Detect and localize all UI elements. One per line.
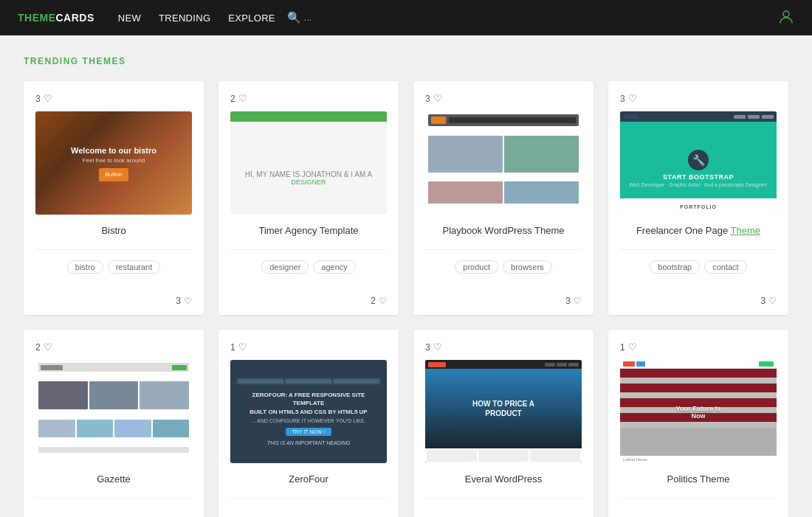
heart-icon[interactable]: ♡ <box>628 341 637 353</box>
card-playbook: 3 ♡ Playbook WordPress Theme <box>413 81 593 315</box>
card-title-timer[interactable]: Timer Agency Template <box>230 225 387 236</box>
divider <box>230 249 387 250</box>
card-likes-bistro: 3 ♡ <box>35 93 192 104</box>
card-title-gazette[interactable]: Gazette <box>35 473 192 485</box>
card-thumb-gazette[interactable] <box>35 360 192 463</box>
footer-likes: 3 <box>760 296 765 306</box>
card-tags-everal <box>425 504 582 513</box>
card-footer-playbook: 3 ♡ <box>413 290 593 315</box>
like-count: 1 <box>620 342 625 353</box>
card-title-playbook[interactable]: Playbook WordPress Theme <box>425 225 582 236</box>
heart-icon[interactable]: ♡ <box>238 93 247 104</box>
divider <box>425 249 582 250</box>
theme-grid: 3 ♡ Welcome to our bistro Feel free to l… <box>24 81 788 517</box>
tag-bistro[interactable]: bistro <box>67 260 103 274</box>
card-tags-timer: designer agency <box>230 256 387 278</box>
svg-point-0 <box>783 11 789 17</box>
card-footer-freelancer: 3 ♡ <box>608 290 788 315</box>
nav-trending[interactable]: TRENDING <box>159 13 210 24</box>
nav-brand[interactable]: THEMECARDS <box>18 12 118 24</box>
nav-explore[interactable]: EXPLORE <box>228 13 275 24</box>
heart-icon[interactable]: ♡ <box>628 93 637 104</box>
card-thumb-bootstrap[interactable]: START BOOTSTRAP Web Developer · Graphic … <box>620 111 777 215</box>
tag-browsers[interactable]: browsers <box>503 260 552 274</box>
nav-links: NEW TRENDING EXPLORE <box>118 13 275 24</box>
card-title-zerofour[interactable]: ZeroFour <box>230 473 387 485</box>
card-thumb-playbook[interactable] <box>425 111 582 215</box>
card-thumb-everal[interactable]: HOW TO PRICE APRODUCT <box>425 360 582 463</box>
footer-heart-icon[interactable]: ♡ <box>574 296 582 306</box>
footer-heart-icon[interactable]: ♡ <box>768 296 777 306</box>
card-tags-politics <box>620 504 777 513</box>
card-title-bistro[interactable]: Bistro <box>35 225 192 236</box>
card-likes-freelancer: 3 ♡ <box>620 93 777 104</box>
card-likes-zerofour: 1 ♡ <box>230 341 387 353</box>
footer-likes: 2 <box>371 296 376 306</box>
heart-icon[interactable]: ♡ <box>238 341 247 353</box>
card-freelancer: 3 ♡ START BOOTSTRAP Web Developer · <box>608 81 788 315</box>
card-title-freelancer[interactable]: Freelancer One Page Theme <box>620 225 777 236</box>
card-bistro: 3 ♡ Welcome to our bistro Feel free to l… <box>24 81 204 315</box>
heart-icon[interactable]: ♡ <box>433 93 442 104</box>
tag-agency[interactable]: agency <box>313 260 355 274</box>
card-likes-playbook: 3 ♡ <box>425 93 582 104</box>
divider <box>620 498 777 499</box>
footer-heart-icon[interactable]: ♡ <box>184 296 192 306</box>
heart-icon[interactable]: ♡ <box>44 93 52 104</box>
card-gazette: 2 ♡ <box>24 330 204 517</box>
card-tags-freelancer: bootstrap contact <box>620 256 777 278</box>
card-zerofour: 1 ♡ ZEROFOUR: A FREE RESPONSIVE SITE TEM… <box>219 330 399 517</box>
nav-new[interactable]: NEW <box>118 13 141 24</box>
search-icon: 🔍 <box>287 11 301 24</box>
card-timer: 2 ♡ HI, MY NAME IS JONATHON & I AM A DES… <box>219 81 399 315</box>
divider <box>620 249 777 250</box>
footer-heart-icon[interactable]: ♡ <box>379 296 387 306</box>
footer-likes: 3 <box>565 296 571 306</box>
tag-product[interactable]: product <box>455 260 498 274</box>
like-count: 3 <box>620 94 625 104</box>
card-thumb-timer[interactable]: HI, MY NAME IS JONATHON & I AM A DESIGNE… <box>230 111 387 215</box>
card-everal: 3 ♡ HOW TO PRICE APRODUCT <box>413 330 593 517</box>
section-title: TRENDING THEMES <box>24 56 788 66</box>
card-thumb-bistro[interactable]: Welcome to our bistro Feel free to look … <box>35 111 192 215</box>
divider <box>35 249 192 250</box>
divider <box>35 498 192 499</box>
card-footer-timer: 2 ♡ <box>219 290 399 315</box>
nav-search[interactable]: 🔍 ... <box>287 11 312 24</box>
footer-likes: 3 <box>176 296 181 306</box>
card-politics: 1 ♡ Your Future IsNow <box>608 330 788 517</box>
title-link-theme[interactable]: Theme <box>731 225 760 236</box>
card-thumb-politics[interactable]: Your Future IsNow Latest News <box>620 360 777 463</box>
like-count: 3 <box>425 342 430 353</box>
like-count: 3 <box>425 94 430 104</box>
card-title-politics[interactable]: Politics Theme <box>620 473 777 485</box>
navbar: THEMECARDS NEW TRENDING EXPLORE 🔍 ... <box>0 0 812 35</box>
card-likes-timer: 2 ♡ <box>230 93 387 104</box>
divider <box>425 498 582 499</box>
card-thumb-zerofour[interactable]: ZEROFOUR: A FREE RESPONSIVE SITE TEMPLAT… <box>230 360 387 463</box>
tag-contact[interactable]: contact <box>704 260 746 274</box>
divider <box>230 498 387 499</box>
tag-bootstrap[interactable]: bootstrap <box>650 260 700 274</box>
main-content: TRENDING THEMES 3 ♡ Welcome to our bistr… <box>0 35 812 517</box>
tag-designer[interactable]: designer <box>261 260 309 274</box>
card-tags-gazette <box>35 504 192 513</box>
user-icon[interactable] <box>778 8 794 28</box>
card-title-everal[interactable]: Everal WordPress <box>425 473 582 485</box>
heart-icon[interactable]: ♡ <box>44 341 52 353</box>
search-placeholder: ... <box>304 13 312 23</box>
card-tags-bistro: bistro restaurant <box>35 256 192 278</box>
brand-part1: THEME <box>18 12 56 24</box>
brand-part2: CARDS <box>56 12 94 24</box>
card-likes-everal: 3 ♡ <box>425 341 582 353</box>
card-footer-bistro: 3 ♡ <box>24 290 204 315</box>
card-likes-politics: 1 ♡ <box>620 341 777 353</box>
tag-restaurant[interactable]: restaurant <box>108 260 161 274</box>
card-likes-gazette: 2 ♡ <box>35 341 192 353</box>
like-count: 2 <box>230 94 235 104</box>
like-count: 3 <box>35 94 41 104</box>
heart-icon[interactable]: ♡ <box>433 341 442 353</box>
card-tags-playbook: product browsers <box>425 256 582 278</box>
like-count: 1 <box>230 342 235 353</box>
card-tags-zerofour <box>230 504 387 513</box>
